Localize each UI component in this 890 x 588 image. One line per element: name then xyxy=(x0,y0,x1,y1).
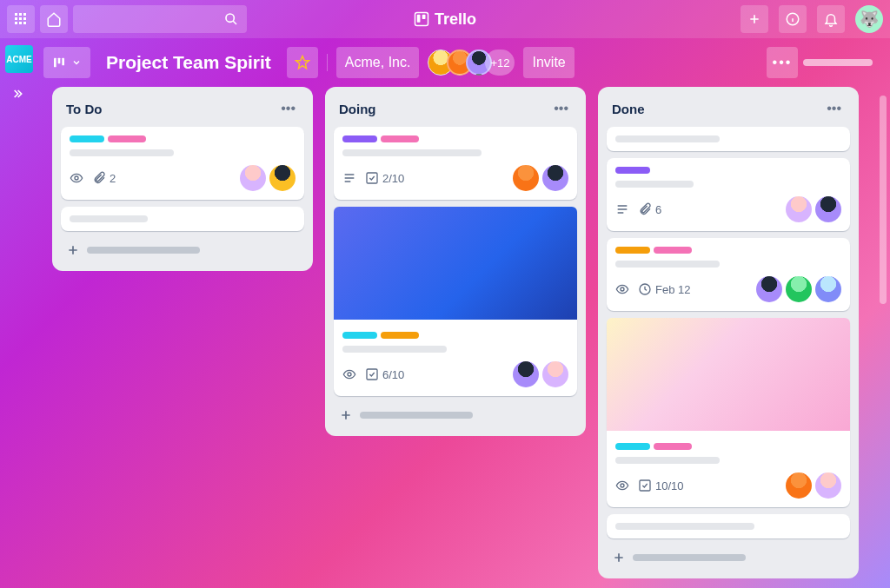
svg-rect-18 xyxy=(367,173,377,183)
label-pink[interactable] xyxy=(654,443,692,450)
eye-icon xyxy=(70,171,83,185)
label-teal[interactable] xyxy=(615,443,650,450)
list-doing: Doing ••• 2/10 xyxy=(325,87,586,436)
plus-icon xyxy=(612,551,626,565)
plus-icon xyxy=(747,12,761,26)
card-member[interactable] xyxy=(542,165,568,191)
add-card-placeholder xyxy=(633,554,746,561)
org-button[interactable]: Acme, Inc. xyxy=(336,47,420,78)
checklist-badge: 2/10 xyxy=(365,171,404,185)
invite-button[interactable]: Invite xyxy=(523,47,574,78)
info-button[interactable] xyxy=(779,5,807,33)
attachment-badge: 2 xyxy=(92,171,116,185)
checklist-icon xyxy=(638,479,652,492)
card-member[interactable] xyxy=(240,165,266,191)
sidebar: ACME xyxy=(0,38,38,101)
search-input[interactable] xyxy=(73,5,247,33)
card-text-placeholder xyxy=(615,457,720,464)
add-card-button[interactable] xyxy=(334,403,577,427)
star-icon xyxy=(295,55,310,70)
board-canvas[interactable]: To Do ••• 2 xyxy=(43,87,890,588)
add-card-placeholder xyxy=(360,412,473,419)
list-title[interactable]: Done xyxy=(612,102,645,116)
card[interactable]: 6/10 xyxy=(334,207,577,396)
eye-icon xyxy=(615,479,629,492)
user-avatar[interactable]: 🐺 xyxy=(855,5,883,33)
svg-point-23 xyxy=(621,484,624,487)
list-title[interactable]: To Do xyxy=(66,102,102,116)
description-badge xyxy=(342,171,356,185)
watch-badge xyxy=(342,367,356,381)
member-overflow[interactable]: +12 xyxy=(485,50,515,76)
card-text-placeholder xyxy=(70,215,148,222)
label-yellow[interactable] xyxy=(615,247,650,254)
label-pink[interactable] xyxy=(108,135,146,142)
create-button[interactable] xyxy=(741,5,768,33)
brand-logo: Trello xyxy=(414,10,476,29)
watch-badge xyxy=(615,479,629,492)
card[interactable] xyxy=(607,514,850,538)
card-text-placeholder xyxy=(342,346,447,353)
card-member[interactable] xyxy=(815,276,841,302)
add-card-button[interactable] xyxy=(607,545,850,570)
label-purple[interactable] xyxy=(615,167,650,174)
expand-sidebar-icon[interactable] xyxy=(12,87,26,101)
search-icon xyxy=(224,12,238,26)
watch-badge xyxy=(615,282,629,296)
board-icon xyxy=(52,56,66,69)
svg-rect-14 xyxy=(54,58,56,68)
card[interactable]: 6 xyxy=(607,158,850,231)
bell-icon xyxy=(823,11,839,27)
card[interactable]: 2/10 xyxy=(334,127,577,200)
board-menu-button[interactable]: ••• xyxy=(767,47,798,78)
card-text-placeholder xyxy=(615,523,754,530)
card-member[interactable] xyxy=(542,361,568,387)
board-view-switcher[interactable] xyxy=(43,47,90,78)
checklist-icon xyxy=(365,171,379,185)
label-pink[interactable] xyxy=(654,247,692,254)
list-title[interactable]: Doing xyxy=(339,102,376,116)
card-cover xyxy=(334,207,577,320)
label-teal[interactable] xyxy=(342,332,377,339)
card[interactable]: 2 xyxy=(61,127,304,200)
card-member[interactable] xyxy=(513,165,539,191)
card-member[interactable] xyxy=(756,276,782,302)
svg-rect-5 xyxy=(23,17,26,20)
card[interactable] xyxy=(61,207,304,231)
card-member[interactable] xyxy=(786,276,812,302)
card-member[interactable] xyxy=(815,196,841,222)
star-button[interactable] xyxy=(287,47,318,78)
card-member[interactable] xyxy=(269,165,296,191)
svg-rect-0 xyxy=(15,13,17,16)
description-badge xyxy=(615,202,629,216)
card-member[interactable] xyxy=(786,472,812,499)
label-yellow[interactable] xyxy=(381,332,419,339)
label-pink[interactable] xyxy=(381,135,419,142)
card[interactable] xyxy=(607,127,850,151)
workspace-badge[interactable]: ACME xyxy=(5,45,33,73)
label-purple[interactable] xyxy=(342,135,377,142)
card-member[interactable] xyxy=(786,196,812,222)
board-title[interactable]: Project Team Spirit xyxy=(99,52,278,73)
notifications-button[interactable] xyxy=(817,5,845,33)
card-member[interactable] xyxy=(815,472,841,499)
add-card-button[interactable] xyxy=(61,238,304,262)
svg-rect-2 xyxy=(23,13,26,16)
list-menu-icon[interactable]: ••• xyxy=(550,99,572,118)
home-icon[interactable] xyxy=(40,5,68,33)
svg-rect-24 xyxy=(640,480,650,491)
list-menu-icon[interactable]: ••• xyxy=(277,99,299,118)
scrollbar[interactable] xyxy=(880,96,887,304)
card[interactable]: Feb 12 xyxy=(607,238,850,311)
card[interactable]: 10/10 xyxy=(607,318,850,507)
apps-icon[interactable] xyxy=(7,5,35,33)
board-members[interactable]: +12 xyxy=(428,50,515,76)
svg-rect-8 xyxy=(23,22,26,24)
svg-rect-11 xyxy=(417,15,421,23)
plus-icon xyxy=(66,243,80,257)
card-member[interactable] xyxy=(513,361,539,387)
label-teal[interactable] xyxy=(70,135,104,142)
info-icon xyxy=(785,11,800,27)
svg-rect-16 xyxy=(62,58,64,66)
list-menu-icon[interactable]: ••• xyxy=(823,99,845,118)
